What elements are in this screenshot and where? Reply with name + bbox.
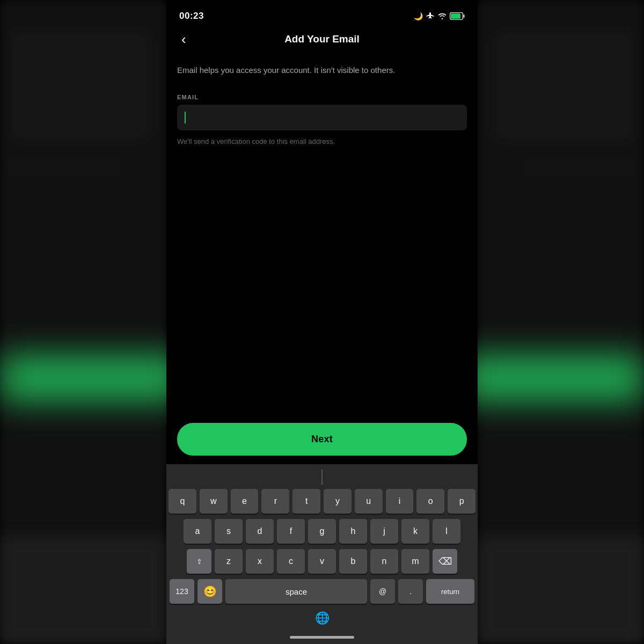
key-numbers[interactable]: 123 xyxy=(170,579,194,604)
key-l[interactable]: l xyxy=(433,519,460,544)
key-at[interactable]: @ xyxy=(370,579,395,604)
back-button[interactable]: ‹ xyxy=(177,30,191,48)
wifi-icon xyxy=(438,13,447,19)
home-bar xyxy=(290,636,354,639)
key-return[interactable]: return xyxy=(426,579,474,604)
key-h[interactable]: h xyxy=(339,519,367,544)
keyboard-row-2: a s d f g h j k l xyxy=(169,519,475,544)
next-button-container: Next xyxy=(166,423,478,464)
keyboard: q w e r t y u i o p a s d f g h j k l ⇧ … xyxy=(166,464,478,644)
svg-rect-2 xyxy=(451,13,460,19)
right-bottom-blur xyxy=(478,537,644,644)
battery-icon xyxy=(450,12,465,20)
key-o[interactable]: o xyxy=(416,489,444,514)
left-blurred-card xyxy=(11,32,150,140)
key-y[interactable]: y xyxy=(324,489,352,514)
key-shift[interactable]: ⇧ xyxy=(187,549,211,574)
email-label: EMAIL xyxy=(177,94,467,100)
status-time: 00:23 xyxy=(179,11,204,21)
key-z[interactable]: z xyxy=(215,549,243,574)
key-i[interactable]: i xyxy=(386,489,414,514)
keyboard-bottom-row: 123 😊 space @ . return xyxy=(169,579,475,604)
key-e[interactable]: e xyxy=(231,489,259,514)
key-backspace[interactable]: ⌫ xyxy=(433,549,457,574)
key-t[interactable]: t xyxy=(292,489,320,514)
key-v[interactable]: v xyxy=(308,549,336,574)
key-f[interactable]: f xyxy=(277,519,305,544)
key-q[interactable]: q xyxy=(169,489,196,514)
green-glow-right xyxy=(462,354,644,402)
airplane-icon xyxy=(426,12,435,20)
key-b[interactable]: b xyxy=(339,549,367,574)
left-blurred-line xyxy=(11,166,118,168)
key-emoji[interactable]: 😊 xyxy=(197,579,222,604)
green-glow-left xyxy=(0,354,182,402)
description-text: Email helps you access your account. It … xyxy=(177,64,467,77)
key-space[interactable]: space xyxy=(225,579,367,604)
key-x[interactable]: x xyxy=(246,549,274,574)
home-indicator xyxy=(169,632,475,644)
email-input-wrapper xyxy=(177,105,467,130)
key-s[interactable]: s xyxy=(215,519,243,544)
key-n[interactable]: n xyxy=(370,549,398,574)
right-blurred-card xyxy=(494,32,633,140)
header: ‹ Add Your Email xyxy=(166,29,478,54)
svg-rect-1 xyxy=(463,14,465,18)
left-bottom-blur xyxy=(0,537,166,644)
key-k[interactable]: k xyxy=(401,519,429,544)
key-dot[interactable]: . xyxy=(398,579,423,604)
key-j[interactable]: j xyxy=(370,519,398,544)
key-w[interactable]: w xyxy=(200,489,228,514)
keyboard-divider xyxy=(321,470,323,485)
key-d[interactable]: d xyxy=(246,519,274,544)
keyboard-row-1: q w e r t y u i o p xyxy=(169,489,475,514)
page-title: Add Your Email xyxy=(284,33,360,45)
phone-screen: 00:23 🌙 ‹ Add Your Email Email helps you… xyxy=(166,0,478,644)
key-c[interactable]: c xyxy=(277,549,305,574)
keyboard-globe-row: 🌐 xyxy=(169,609,475,632)
status-icons: 🌙 xyxy=(414,12,465,20)
content-area: Email helps you access your account. It … xyxy=(166,54,478,423)
email-input[interactable] xyxy=(177,105,467,130)
key-m[interactable]: m xyxy=(401,549,429,574)
right-blurred-line xyxy=(526,166,633,168)
globe-icon[interactable]: 🌐 xyxy=(315,611,330,625)
keyboard-row-3: ⇧ z x c v b n m ⌫ xyxy=(169,549,475,574)
text-cursor xyxy=(185,112,186,123)
key-a[interactable]: a xyxy=(184,519,211,544)
key-g[interactable]: g xyxy=(308,519,336,544)
key-r[interactable]: r xyxy=(261,489,289,514)
moon-icon: 🌙 xyxy=(414,12,423,20)
status-bar: 00:23 🌙 xyxy=(166,0,478,29)
next-button[interactable]: Next xyxy=(177,423,467,456)
key-u[interactable]: u xyxy=(355,489,383,514)
key-p[interactable]: p xyxy=(448,489,475,514)
hint-text: We'll send a verification code to this e… xyxy=(177,137,467,147)
